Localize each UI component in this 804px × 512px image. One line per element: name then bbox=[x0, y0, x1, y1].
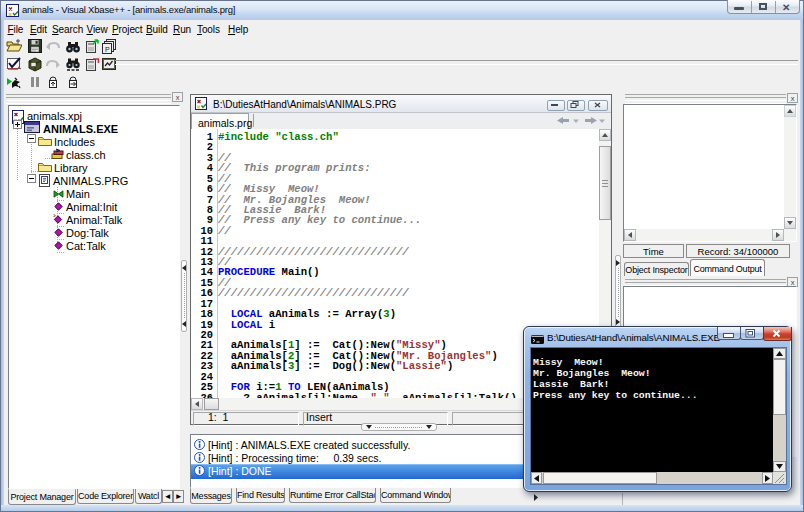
svg-text:P: P bbox=[105, 46, 110, 53]
